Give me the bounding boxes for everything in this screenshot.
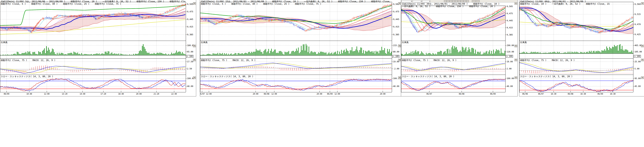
macd-axis-label: -2.00 (393, 68, 399, 70)
panel-menu-button[interactable]: ▼ (641, 59, 644, 61)
time-axis-label: 21:20 (152, 93, 160, 95)
toolbar-button[interactable] (464, 0, 466, 2)
stoch-panel-label: スロー・ストキャスティクス( 14, 3, 80, 20 ) (520, 75, 572, 78)
macd-axis-label: 17.50 (187, 60, 193, 63)
volume-axis-label: 105.00 (634, 51, 642, 53)
toolbar-dropdown[interactable]: ▼ (413, 0, 422, 2)
panel-menu-button[interactable]: ▼ (398, 76, 401, 79)
chevron-down-icon: ▼ (515, 77, 517, 79)
volume-axis-label: 465.00 (634, 44, 642, 47)
time-axis-label: 06/08 (262, 93, 271, 95)
panel-menu-button[interactable]: ▼ (193, 2, 196, 5)
chart-window-60min: 日経225mini 11/09( 60分, 2011/06/01 - 2011/… (519, 0, 644, 96)
panel-menu-button[interactable]: ▼ (398, 59, 401, 61)
toolbar-button[interactable] (447, 0, 449, 2)
macd-panel-label: 移動平均( Close, 75 ) MACD( 12, 26, 9 ) (1, 59, 56, 62)
price-axis-label: 9,505 (187, 3, 193, 6)
panel-menu-button[interactable]: ▼ (398, 45, 401, 47)
time-axis-label: 10:40 (25, 93, 33, 95)
chart-canvas[interactable] (200, 0, 401, 96)
toolbar-button[interactable] (476, 0, 480, 2)
axis-multiplier-badge: × 100 (392, 55, 400, 58)
toolbar-dropdown[interactable]: ▼ (402, 0, 412, 2)
toolbar-button[interactable] (450, 0, 452, 2)
price-axis-label: 9,385 (393, 33, 399, 36)
panel-menu-button[interactable]: ▼ (193, 59, 196, 61)
stoch-panel-label: スロー・ストキャスティクス( 14, 3, 80, 20 ) (1, 75, 53, 78)
time-axis-label: 13:20 (60, 93, 69, 95)
toolbar-button[interactable] (455, 0, 458, 2)
price-axis-label: 9,475 (507, 12, 513, 15)
panel-menu-button[interactable]: ▼ (641, 45, 644, 47)
time-axis-label: 12:00 (205, 93, 213, 95)
stoch-axis-label: 45.00 (634, 85, 641, 87)
price-axis-label: 9,445 (187, 18, 193, 21)
time-axis-label: 12:00 (42, 93, 51, 95)
axis-multiplier-badge: × 100 (506, 55, 513, 58)
time-axis-label: 06/09 (489, 93, 497, 95)
volume-panel-label: 出来高 (520, 41, 527, 44)
toolbar-button[interactable] (458, 0, 460, 2)
time-axis-label: 20:00 (378, 93, 387, 95)
panel-menu-button[interactable]: ▼ (514, 2, 517, 5)
chevron-down-icon: ▼ (193, 59, 196, 61)
time-axis-label: 12:00 (270, 93, 278, 95)
chart-window-15min: 日経225mini 11/09( 15分, 2011/06/01 - 2011/… (200, 0, 401, 96)
panel-menu-button[interactable]: ▼ (514, 76, 517, 79)
panel-menu-button[interactable]: ▼ (641, 2, 644, 5)
macd-axis-label: 2.50 (187, 68, 192, 70)
chevron-down-icon: ▼ (398, 77, 401, 79)
trading-app-desktop: { "app": {"background": "#ffffff"}, "col… (0, 0, 644, 147)
chevron-down-icon: ▼ (193, 77, 196, 79)
volume-panel-label: 出来高 (1, 41, 8, 44)
toolbar-dropdown[interactable]: ▼ (422, 0, 430, 2)
chart-header-line2: 移動平均( Close, 10 ) 一目均衡表( 9, 26, 52 ) 移動平… (520, 3, 633, 6)
chevron-down-icon: ▼ (193, 45, 196, 47)
chart-header-line2: 移動平均( Close, 5 ) 移動平均( Close, 40 ) 移動平均(… (201, 3, 392, 6)
chevron-down-icon: ▼ (515, 59, 517, 61)
stoch-axis-label: 40.00 (507, 85, 513, 87)
chart-canvas[interactable] (401, 0, 518, 96)
macd-axis-label: 5.00 (634, 68, 640, 70)
time-axis-label: 20:00 (135, 93, 143, 95)
price-axis-label: 9,515 (634, 13, 641, 16)
volume-axis-label: 80.00 (393, 51, 399, 53)
panel-menu-button[interactable]: ▼ (193, 45, 196, 47)
chevron-down-icon: ▼ (193, 3, 196, 4)
time-axis-label: 06/07 (425, 93, 433, 95)
price-axis-label: 9,415 (187, 26, 193, 28)
time-axis-label: 06/09 (596, 93, 604, 95)
price-axis-label: 9,475 (187, 11, 193, 13)
time-axis-label: 06/09 (326, 93, 334, 95)
toolbar-button[interactable] (452, 0, 455, 2)
chevron-down-icon: ▼ (421, 0, 422, 2)
chevron-down-icon: ▼ (641, 45, 644, 47)
panel-menu-button[interactable]: ▼ (641, 76, 644, 79)
price-axis-label: 9,385 (187, 33, 193, 36)
panel-menu-button[interactable]: ▼ (514, 45, 517, 47)
time-axis-label: 17:20 (99, 93, 108, 95)
toolbar-button[interactable] (466, 0, 469, 2)
time-axis-label: 14:40 (78, 93, 86, 95)
toolbar-button[interactable] (444, 0, 446, 2)
stoch-panel-label: スロー・ストキャスティクス( 14, 3, 80, 20 ) (402, 75, 454, 78)
price-axis-label: 9,560 (634, 3, 641, 6)
chart-header-line2: 一目均衡表( 9, 26, 52 ) 移動平均( Close, 150 ) 移動… (402, 5, 505, 8)
time-axis-label: 06/08 (458, 93, 466, 95)
toolbar-button[interactable] (472, 0, 476, 2)
price-axis-label: 9,385 (507, 34, 513, 36)
volume-axis-label: 65.00 (187, 51, 193, 53)
volume-axis-label: 290.00 (507, 44, 514, 47)
panel-menu-button[interactable]: ▼ (398, 2, 401, 5)
price-axis-label: 9,445 (393, 18, 399, 21)
chart-canvas[interactable] (0, 0, 196, 96)
time-axis-label: 18:40 (117, 93, 125, 95)
macd-panel-label: 移動平均( Close, 75 ) MACD( 12, 26, 9 ) (201, 59, 256, 62)
macd-axis-label: 19.00 (507, 60, 513, 63)
volume-panel-label: 出来高 (201, 41, 208, 44)
chart-canvas[interactable] (519, 0, 644, 96)
toolbar-button[interactable] (461, 0, 463, 2)
panel-menu-button[interactable]: ▼ (514, 59, 517, 61)
panel-menu-button[interactable]: ▼ (193, 76, 196, 79)
chevron-down-icon: ▼ (641, 3, 644, 4)
